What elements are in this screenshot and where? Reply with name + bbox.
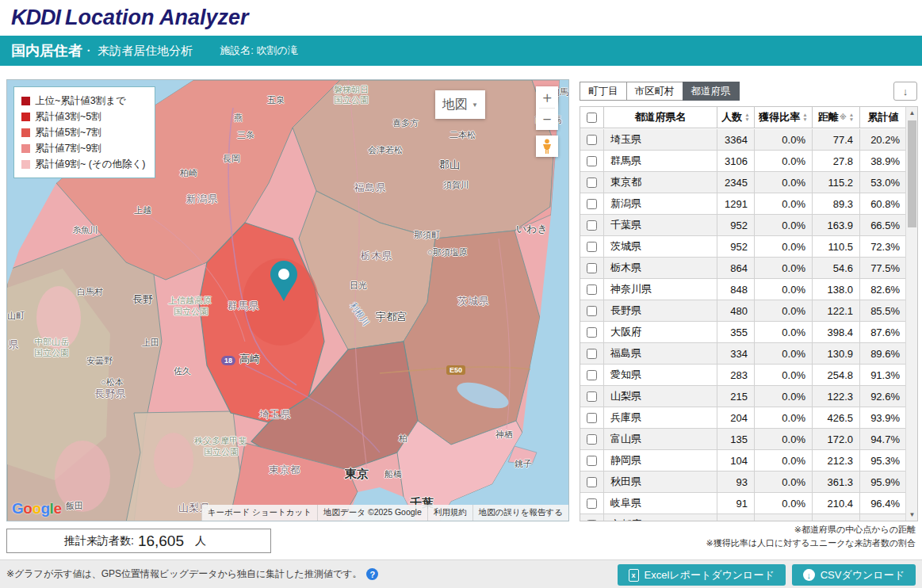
table-row[interactable]: 富山県1350.0%172.094.7% (580, 429, 906, 450)
map-canvas[interactable]: 磐梯朝日国立公園五泉燕三条喜多方二本松会津若松郡山福島県須賀川長岡柏崎新潟県上越… (6, 79, 569, 521)
scrollbar-up-icon[interactable]: ▲ (906, 107, 918, 119)
row-checkbox-cell (580, 193, 604, 214)
prefecture-name-cell: 兵庫県 (604, 407, 717, 428)
table-download-button[interactable]: ↓ (893, 82, 917, 101)
table-row[interactable]: 岐阜県910.0%210.496.4% (580, 493, 906, 514)
table-row[interactable]: 千葉県9520.0%163.966.5% (580, 215, 906, 236)
table-row[interactable]: 大阪府3550.0%398.487.6% (580, 322, 906, 343)
row-checkbox[interactable] (587, 199, 597, 209)
table-row[interactable]: 山梨県2150.0%122.392.6% (580, 386, 906, 407)
csv-download-button[interactable]: ↓ CSVダウンロード (792, 564, 916, 586)
tab-町丁目[interactable]: 町丁目 (580, 82, 627, 101)
help-icon[interactable]: ? (366, 568, 378, 580)
scrollbar-down-icon[interactable]: ▼ (906, 509, 918, 521)
cumulative-cell: 95.9% (860, 472, 906, 492)
logo-kddi-text: KDDI (11, 6, 60, 29)
table-row[interactable]: 秋田県930.0%361.395.9% (580, 472, 906, 493)
count-cell: 480 (717, 300, 755, 321)
table-row[interactable]: 愛知県2830.0%254.891.3% (580, 365, 906, 386)
cumulative-cell: 94.7% (860, 429, 906, 449)
distance-cell: 398.4 (813, 322, 860, 342)
row-checkbox[interactable] (587, 520, 597, 522)
tab-都道府県[interactable]: 都道府県 (683, 82, 740, 101)
count-cell: 952 (717, 215, 755, 235)
row-checkbox[interactable] (587, 327, 597, 338)
column-header[interactable]: 獲得比率▲▼ (755, 107, 813, 128)
row-checkbox[interactable] (587, 434, 597, 445)
map-type-button[interactable]: 地図 ▼ (435, 90, 485, 119)
prefecture-name-cell: 長野県 (604, 300, 717, 321)
row-checkbox-cell (580, 365, 604, 385)
table-row[interactable]: 群馬県31060.0%27.838.9% (580, 151, 906, 172)
footer-bar: ※グラフが示す値は、GPS位置情報ビッグデータから独自に集計した推測値です。 ?… (0, 559, 922, 588)
column-header: 累計値 (860, 107, 906, 128)
table-row[interactable]: 東京都23450.0%115.253.0% (580, 172, 906, 193)
rate-cell: 0.0% (755, 215, 813, 235)
rate-cell: 0.0% (755, 258, 813, 278)
table-row[interactable]: 静岡県1040.0%212.395.3% (580, 450, 906, 472)
sort-arrows-icon[interactable]: ▲▼ (802, 113, 807, 122)
rate-cell: 0.0% (755, 450, 813, 471)
table-row[interactable]: 埼玉県33640.0%77.420.2% (580, 129, 906, 151)
sort-arrows-icon[interactable]: ▲▼ (744, 113, 749, 122)
row-checkbox[interactable] (587, 456, 597, 466)
attribution-link[interactable]: キーボード ショートカット (201, 505, 317, 521)
distance-note: ※都道府県の中心点からの距離 (794, 524, 916, 536)
table-row[interactable]: 長野県4800.0%122.185.5% (580, 300, 906, 322)
row-checkbox[interactable] (587, 349, 597, 359)
table-row[interactable]: 神奈川県8480.0%138.082.6% (580, 279, 906, 300)
prefecture-name-cell: 栃木県 (604, 258, 717, 278)
distance-cell: 54.6 (813, 258, 860, 278)
zoom-in-button[interactable]: ＋ (536, 86, 558, 108)
row-checkbox[interactable] (587, 242, 597, 252)
tab-市区町村[interactable]: 市区町村 (626, 82, 683, 101)
rate-cell: 0.0% (755, 129, 813, 150)
row-checkbox[interactable] (587, 370, 597, 380)
excel-download-button[interactable]: x Excelレポートダウンロード (618, 564, 786, 586)
distance-cell: 212.3 (813, 450, 860, 471)
table-row[interactable]: 栃木県8640.0%54.677.5% (580, 258, 906, 279)
row-checkbox[interactable] (587, 263, 597, 273)
attribution-link[interactable]: 利用規約 (427, 505, 472, 521)
sort-arrows-icon[interactable]: ▲▼ (849, 113, 854, 122)
zoom-out-button[interactable]: − (536, 109, 558, 130)
table-row[interactable]: 福島県3340.0%130.989.6% (580, 343, 906, 365)
row-checkbox[interactable] (587, 391, 597, 402)
rate-cell: 0.0% (755, 322, 813, 342)
row-checkbox-cell (580, 472, 604, 492)
scrollbar-thumb[interactable] (908, 120, 916, 227)
row-checkbox[interactable] (587, 498, 597, 509)
row-checkbox[interactable] (587, 306, 597, 316)
column-header[interactable]: 人数▲▼ (717, 107, 755, 128)
distance-cell: 115.2 (813, 172, 860, 193)
attribution-link[interactable]: 地図の誤りを報告する (472, 505, 568, 521)
cumulative-cell: 20.2% (860, 129, 906, 150)
row-checkbox[interactable] (587, 477, 597, 487)
count-cell: 1291 (717, 193, 755, 214)
row-checkbox[interactable] (587, 156, 597, 166)
table-scrollbar[interactable]: ▲ ▼ (905, 107, 917, 521)
count-cell: 104 (717, 450, 755, 471)
legend-swatch (21, 113, 30, 121)
map-attribution-bar: キーボード ショートカット地図データ ©2025 Google利用規約地図の誤り… (201, 505, 568, 521)
row-checkbox[interactable] (587, 284, 597, 295)
legend-label: 累計値7割~9割 (35, 142, 101, 155)
table-row[interactable]: 兵庫県2040.0%426.593.9% (580, 407, 906, 429)
row-checkbox[interactable] (587, 220, 597, 231)
row-checkbox[interactable] (587, 178, 597, 188)
distance-cell: 77.4 (813, 129, 860, 150)
column-header[interactable]: 距離※▲▼ (813, 107, 860, 128)
attribution-link[interactable]: 地図データ ©2025 Google (317, 505, 427, 521)
select-all-checkbox[interactable] (587, 113, 597, 123)
row-checkbox-cell (580, 129, 604, 150)
table-row[interactable]: 茨城県9520.0%110.572.3% (580, 236, 906, 258)
row-checkbox[interactable] (587, 135, 597, 145)
table-row[interactable]: 新潟県12910.0%89.360.8% (580, 193, 906, 215)
table-row[interactable]: 京都府840.0%367.796.9% (580, 514, 906, 521)
row-checkbox[interactable] (587, 413, 597, 423)
prefecture-name-cell: 山梨県 (604, 386, 717, 407)
pegman-button[interactable] (536, 136, 558, 157)
footer-buttons: x Excelレポートダウンロード ↓ CSVダウンロード (618, 564, 916, 586)
download-arrow-icon: ↓ (903, 86, 909, 97)
count-cell: 3364 (717, 129, 755, 150)
